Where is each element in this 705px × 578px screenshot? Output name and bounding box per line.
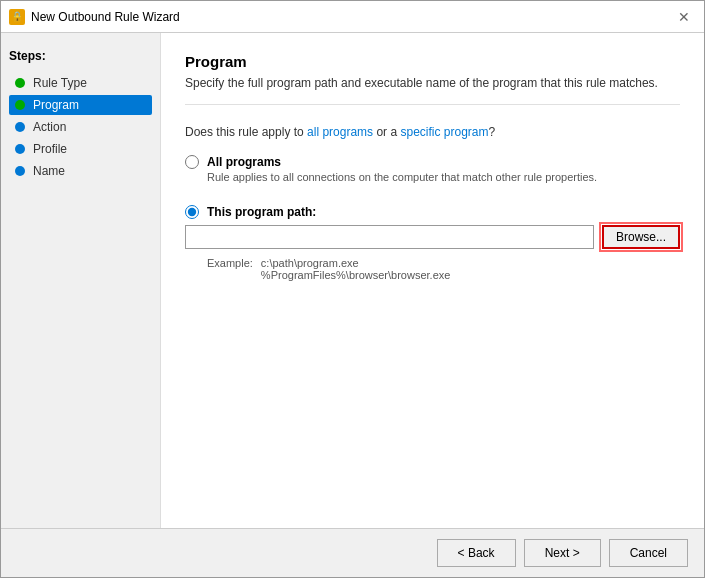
content-area: Steps: Rule Type Program Action Profile … [1,33,704,528]
this-program-option: This program path: Browse... Example: c:… [185,205,680,281]
program-path-row: Browse... [185,225,680,249]
sidebar-item-action[interactable]: Action [9,117,152,137]
step-dot-program [15,100,25,110]
this-program-label: This program path: [207,205,316,219]
all-programs-option: All programs Rule applies to all connect… [185,155,680,183]
window-title: New Outbound Rule Wizard [31,10,672,24]
step-dot-rule-type [15,78,25,88]
sidebar-item-rule-type[interactable]: Rule Type [9,73,152,93]
step-label-action: Action [33,120,66,134]
radio-group: All programs Rule applies to all connect… [185,155,680,281]
page-description: Specify the full program path and execut… [185,76,680,105]
this-program-row: This program path: [185,205,680,219]
question-link2: specific program [400,125,488,139]
next-button[interactable]: Next > [524,539,601,567]
program-path-input[interactable] [185,225,594,249]
step-label-profile: Profile [33,142,67,156]
step-label-program: Program [33,98,79,112]
example-paths: c:\path\program.exe%ProgramFiles%\browse… [261,257,451,281]
step-dot-profile [15,144,25,154]
close-button[interactable]: ✕ [672,5,696,29]
question-link: all programs [307,125,373,139]
title-bar: 🔒 New Outbound Rule Wizard ✕ [1,1,704,33]
example-section: Example: c:\path\program.exe%ProgramFile… [207,257,680,281]
main-panel: Program Specify the full program path an… [161,33,704,528]
sidebar: Steps: Rule Type Program Action Profile … [1,33,161,528]
app-icon: 🔒 [9,9,25,25]
cancel-button[interactable]: Cancel [609,539,688,567]
wizard-window: 🔒 New Outbound Rule Wizard ✕ Steps: Rule… [0,0,705,578]
step-dot-name [15,166,25,176]
page-title: Program [185,53,680,70]
sidebar-item-program[interactable]: Program [9,95,152,115]
all-programs-radio[interactable] [185,155,199,169]
example-label: Example: [207,257,253,281]
all-programs-desc: Rule applies to all connections on the c… [207,171,680,183]
this-program-radio[interactable] [185,205,199,219]
step-label-name: Name [33,164,65,178]
sidebar-item-name[interactable]: Name [9,161,152,181]
all-programs-label: All programs [207,155,281,169]
sidebar-item-profile[interactable]: Profile [9,139,152,159]
back-button[interactable]: < Back [437,539,516,567]
step-label-rule-type: Rule Type [33,76,87,90]
question-text: Does this rule apply to all programs or … [185,125,680,139]
all-programs-row: All programs [185,155,680,169]
step-dot-action [15,122,25,132]
steps-label: Steps: [9,49,152,63]
browse-button[interactable]: Browse... [602,225,680,249]
footer: < Back Next > Cancel [1,528,704,577]
